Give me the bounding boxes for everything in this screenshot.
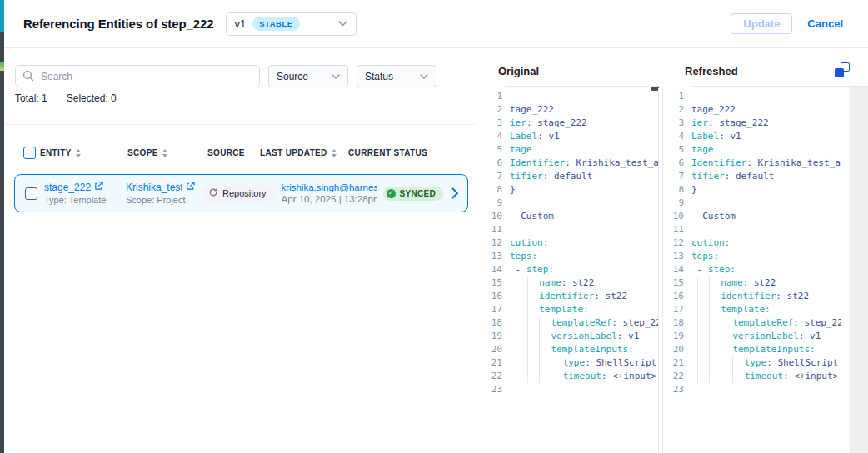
original-code-editor[interactable]: 12tage_2223ier: stage_2224Label: v15tage… bbox=[481, 88, 659, 453]
line-number: 15 bbox=[663, 276, 691, 290]
line-number: 12 bbox=[663, 236, 691, 250]
code-line: 10 Custom bbox=[481, 210, 658, 223]
source-filter-dropdown[interactable]: Source bbox=[268, 65, 348, 87]
code-line: 18 templateRef: step_222 bbox=[663, 316, 841, 330]
version-value: v1 bbox=[235, 17, 247, 30]
source-badge: Repository bbox=[202, 185, 275, 202]
external-link-icon[interactable] bbox=[186, 182, 195, 193]
cancel-button[interactable]: Cancel bbox=[807, 17, 843, 30]
code-text: name: st22 bbox=[691, 277, 776, 288]
column-label: LAST UPDATED bbox=[260, 148, 327, 157]
copy-icon[interactable] bbox=[835, 62, 850, 77]
code-text: cution: bbox=[691, 237, 730, 248]
code-line: 16 identifier: st22 bbox=[663, 290, 841, 303]
code-text: tifier: default bbox=[691, 171, 774, 182]
table-row[interactable]: stage_222 Type: Template Krishika_test_a… bbox=[14, 174, 468, 212]
line-number: 9 bbox=[481, 197, 510, 210]
update-button[interactable]: Update bbox=[731, 13, 792, 34]
line-number: 3 bbox=[663, 117, 691, 130]
code-text: templateRef: step_222 bbox=[691, 317, 841, 328]
column-label: ENTITY bbox=[40, 148, 72, 157]
column-last-updated[interactable]: LAST UPDATED bbox=[260, 148, 337, 157]
code-text: tifier: default bbox=[510, 171, 592, 182]
line-number: 5 bbox=[481, 143, 510, 157]
scope-link[interactable]: Krishika_test_au... bbox=[126, 182, 182, 193]
search-icon bbox=[22, 70, 34, 85]
code-text: Custom bbox=[691, 211, 736, 222]
chevron-down-icon bbox=[332, 74, 340, 79]
status-filter-dropdown[interactable]: Status bbox=[357, 65, 436, 87]
code-line: 2tage_222 bbox=[663, 103, 841, 117]
code-line: 23 bbox=[663, 383, 841, 396]
version-select[interactable]: v1 STABLE bbox=[226, 12, 357, 36]
source-filter-label: Source bbox=[277, 71, 308, 82]
line-number: 21 bbox=[481, 356, 510, 370]
external-link-icon[interactable] bbox=[94, 182, 103, 193]
chevron-right-icon[interactable] bbox=[451, 187, 459, 199]
code-line: 1 bbox=[481, 90, 658, 103]
total-count: Total: 1 bbox=[15, 92, 47, 104]
select-all-checkbox[interactable] bbox=[23, 147, 36, 159]
line-number: 6 bbox=[481, 157, 510, 170]
last-updated-cell: krishika.singh@harnes... Apr 10, 2025 | … bbox=[282, 182, 377, 204]
original-panel-title: Original bbox=[498, 65, 539, 77]
code-line: 21 type: ShellScript bbox=[481, 356, 658, 370]
code-line: 17 template: bbox=[663, 303, 841, 316]
code-line: 3ier: stage_222 bbox=[481, 117, 658, 130]
code-text: tage bbox=[510, 144, 532, 155]
line-number: 12 bbox=[481, 236, 510, 250]
code-line: 13teps: bbox=[663, 250, 841, 263]
line-number: 8 bbox=[481, 183, 510, 197]
line-number: 22 bbox=[481, 370, 510, 383]
sort-icon[interactable] bbox=[332, 149, 337, 157]
code-line: 22 timeout: <+input> bbox=[481, 370, 658, 383]
code-line: 9 bbox=[481, 197, 658, 210]
code-line: 11 bbox=[663, 223, 841, 236]
line-number: 11 bbox=[481, 223, 510, 236]
code-text: timeout: <+input> bbox=[510, 371, 656, 381]
divider bbox=[57, 92, 57, 104]
code-text: ier: stage_222 bbox=[510, 117, 587, 128]
diff-scrollbar-area[interactable] bbox=[850, 87, 868, 453]
source-badge-label: Repository bbox=[222, 188, 267, 198]
code-line: 18 templateRef: step_222 bbox=[481, 316, 658, 330]
line-number: 15 bbox=[481, 276, 510, 290]
column-label: CURRENT STATUS bbox=[348, 148, 427, 157]
code-text: tage_222 bbox=[510, 104, 554, 115]
updated-by-link[interactable]: krishika.singh@harnes... bbox=[282, 182, 377, 192]
row-checkbox[interactable] bbox=[25, 187, 37, 200]
column-scope[interactable]: SCOPE bbox=[127, 148, 167, 157]
line-number: 23 bbox=[481, 383, 510, 396]
refreshed-code-editor[interactable]: 12tage_2223ier: stage_2224Label: v15tage… bbox=[662, 88, 841, 453]
code-line: 22 timeout: <+input> bbox=[663, 370, 841, 383]
code-text: type: ShellScript bbox=[691, 357, 838, 368]
code-text: name: st22 bbox=[510, 277, 594, 288]
code-text: template: bbox=[691, 304, 771, 315]
table-header: ENTITY SCOPE SOURCE LAST UPDATED CURRENT… bbox=[14, 147, 468, 162]
referencing-entities-drawer: { "header": { "title": "Referencing Enti… bbox=[0, 0, 868, 453]
code-text: Identifier: Krishika_test_aut bbox=[691, 157, 841, 168]
code-line: 7tifier: default bbox=[663, 170, 841, 183]
code-line: 10 Custom bbox=[663, 210, 841, 223]
sort-icon[interactable] bbox=[162, 149, 167, 157]
line-number: 14 bbox=[481, 263, 510, 276]
sort-icon[interactable] bbox=[76, 149, 81, 157]
search-input[interactable] bbox=[15, 65, 260, 87]
column-label: SCOPE bbox=[127, 148, 158, 157]
divider bbox=[506, 86, 659, 87]
line-number: 18 bbox=[663, 316, 691, 330]
code-line: 1 bbox=[663, 90, 841, 103]
code-text: Custom bbox=[510, 211, 554, 222]
line-number: 23 bbox=[663, 383, 691, 396]
column-entity[interactable]: ENTITY bbox=[40, 148, 81, 157]
check-circle-icon: ✓ bbox=[387, 189, 396, 198]
line-number: 10 bbox=[663, 210, 691, 223]
code-text: Label: v1 bbox=[510, 131, 560, 142]
code-text: cution: bbox=[510, 237, 548, 248]
line-number: 5 bbox=[663, 143, 691, 157]
code-line: 20 templateInputs: bbox=[481, 343, 658, 356]
line-number: 1 bbox=[481, 90, 510, 103]
code-text: type: ShellScript bbox=[510, 357, 656, 368]
entity-link[interactable]: stage_222 bbox=[44, 182, 91, 193]
code-text: timeout: <+input> bbox=[691, 371, 838, 381]
